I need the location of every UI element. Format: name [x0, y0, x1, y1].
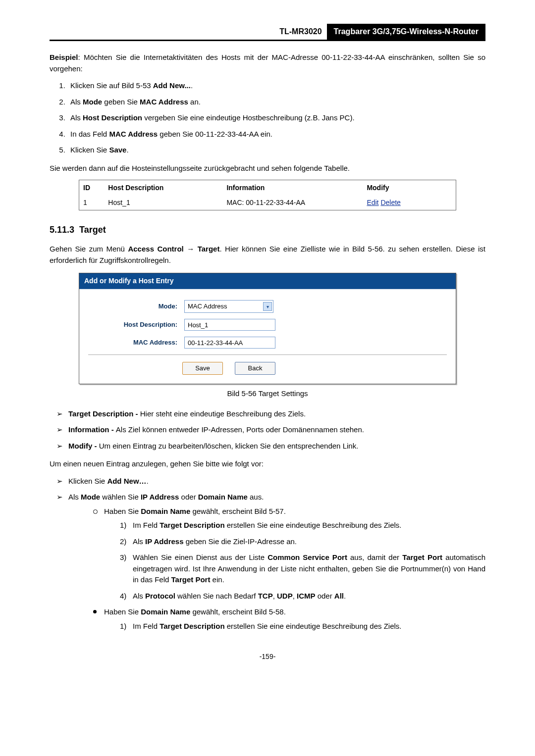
section-heading: 5.11.3 Target [50, 223, 485, 237]
header-inner: TL-MR3020 Tragbarer 3G/3,75G-Wireless-N-… [274, 24, 485, 40]
mode-label: Mode: [88, 302, 184, 311]
row-mac-address: MAC Address: [88, 337, 447, 349]
step-5: Klicken Sie Save. [67, 145, 485, 156]
def-information: Information - Als Ziel können entweder I… [56, 424, 485, 436]
step-1: Klicken Sie auf Bild 5-53 Add New.... [67, 80, 485, 92]
host-description-label: Host Description: [88, 320, 184, 330]
ne-mode: Als Mode wählen Sie IP Address oder Doma… [56, 492, 485, 632]
th-id: ID [79, 180, 104, 196]
page-header: TL-MR3020 Tragbarer 3G/3,75G-Wireless-N-… [50, 24, 485, 41]
steps-list: Klicken Sie auf Bild 5-53 Add New.... Al… [50, 80, 485, 156]
page-number: -159- [50, 652, 485, 662]
ne-domain-58: Haben Sie Domain Name gewählt, erscheint… [93, 606, 485, 632]
figure-caption: Bild 5-56 Target Settings [50, 388, 485, 400]
def-modify: Modify - Um einen Eintrag zu bearbeiten/… [56, 441, 485, 452]
ne-step-1b: 1)Im Feld Target Description erstellen S… [120, 621, 485, 632]
panel-title: Add or Modify a Host Entry [79, 273, 456, 289]
ne-step-2: 2)Als IP Address geben Sie die Ziel-IP-A… [120, 536, 485, 548]
new-entry-list: Klicken Sie Add New…. Als Mode wählen Si… [50, 476, 485, 632]
page: TL-MR3020 Tragbarer 3G/3,75G-Wireless-N-… [0, 0, 535, 682]
row-host-description: Host Description: [88, 319, 447, 331]
back-button[interactable]: Back [235, 362, 275, 375]
ne-mode-sublist: Haben Sie Domain Name gewählt, erscheint… [68, 506, 485, 632]
def-target-description: Target Description - Hier steht eine ein… [56, 408, 485, 420]
ne-domain-57-steps: 1)Im Feld Target Description erstellen S… [104, 520, 485, 602]
host-table-header: ID Host Description Information Modify [79, 180, 456, 196]
edit-link[interactable]: Edit [367, 199, 378, 206]
step-2: Als Mode geben Sie MAC Address an. [67, 97, 485, 108]
ne-step-1: 1)Im Feld Target Description erstellen S… [120, 520, 485, 531]
section-number: 5.11.3 [50, 225, 74, 235]
host-table: ID Host Description Information Modify 1… [79, 180, 456, 210]
header-model: TL-MR3020 [274, 24, 326, 40]
mac-address-input[interactable] [184, 337, 275, 349]
panel-body: Mode: MAC Address ▾ Host Description: MA… [79, 289, 456, 384]
td-host-description: Host_1 [104, 196, 222, 210]
ne-domain-58-steps: 1)Im Feld Target Description erstellen S… [104, 621, 485, 632]
th-host-description: Host Description [104, 180, 222, 196]
host-description-input[interactable] [184, 319, 275, 331]
mac-address-label: MAC Address: [88, 338, 184, 348]
after-steps: Sie werden dann auf die Hosteinstellungs… [50, 163, 485, 174]
definitions-list: Target Description - Hier steht eine ein… [50, 408, 485, 452]
ne-domain-57: Haben Sie Domain Name gewählt, erscheint… [93, 506, 485, 602]
target-intro: Gehen Sie zum Menü Access Control → Targ… [50, 244, 485, 266]
intro-text: : Möchten Sie die Internetaktivitäten de… [50, 53, 485, 73]
delete-link[interactable]: Delete [380, 199, 400, 206]
ne-add-new: Klicken Sie Add New…. [56, 476, 485, 487]
panel-divider [88, 354, 447, 355]
step-4: In das Feld MAC Address geben Sie 00-11-… [67, 129, 485, 140]
td-modify: Edit Delete [363, 196, 456, 210]
new-entry-intro: Um einen neuen Eintrag anzulegen, gehen … [50, 458, 485, 470]
save-button[interactable]: Save [182, 362, 223, 375]
step-3: Als Host Description vergeben Sie eine e… [67, 112, 485, 124]
ne-step-3: 3)Wählen Sie einen Dienst aus der Liste … [120, 552, 485, 586]
panel-buttons: Save Back [88, 362, 447, 375]
chevron-down-icon: ▾ [263, 302, 272, 311]
mode-select[interactable]: MAC Address ▾ [184, 300, 273, 313]
intro-paragraph: Beispiel: Möchten Sie die Internetaktivi… [50, 52, 485, 74]
intro-label: Beispiel [50, 53, 78, 61]
td-information: MAC: 00-11-22-33-44-AA [222, 196, 363, 210]
td-id: 1 [79, 196, 104, 210]
th-information: Information [222, 180, 363, 196]
table-row: 1 Host_1 MAC: 00-11-22-33-44-AA Edit Del… [79, 196, 456, 210]
section-title: Target [79, 225, 106, 235]
header-subtitle: Tragbarer 3G/3,75G-Wireless-N-Router [327, 24, 485, 40]
host-entry-panel: Add or Modify a Host Entry Mode: MAC Add… [79, 273, 456, 384]
th-modify: Modify [363, 180, 456, 196]
mode-select-value: MAC Address [188, 302, 227, 311]
ne-step-4: 4)Als Protocol wählen Sie nach Bedarf TC… [120, 591, 485, 602]
row-mode: Mode: MAC Address ▾ [88, 300, 447, 313]
